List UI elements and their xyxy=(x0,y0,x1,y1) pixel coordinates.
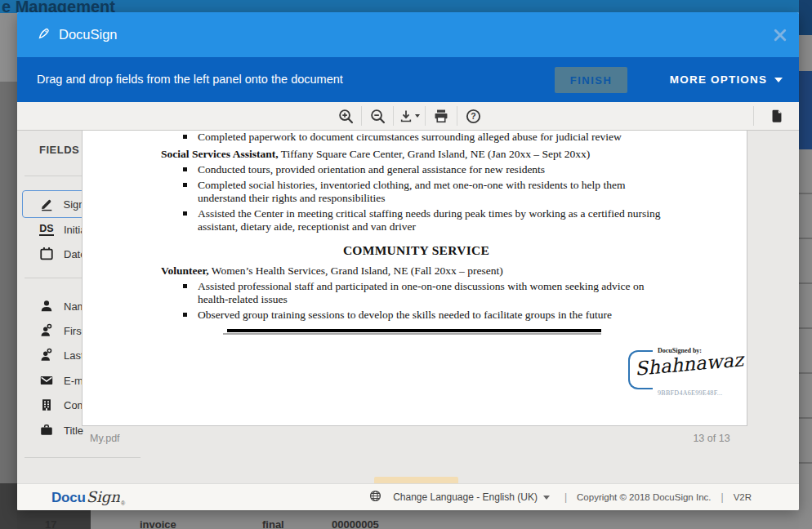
background-page-title: e Management xyxy=(2,0,115,13)
envelope-icon xyxy=(38,372,55,389)
bullet-square-icon xyxy=(183,135,187,139)
document-divider-rule xyxy=(227,329,601,335)
background-text-fragment: invoice xyxy=(140,518,176,529)
help-icon[interactable]: ? xyxy=(457,102,489,130)
document-heading-line: Volunteer, Women’s Health Services, Gran… xyxy=(161,264,671,278)
panel-divider xyxy=(25,457,141,458)
brand-label: DocuSign xyxy=(59,27,118,42)
modal-content: FIELDS SignatureDSInitialDateNameFirstLa… xyxy=(17,131,799,483)
finish-button[interactable]: FINISH xyxy=(555,67,627,93)
document-bullet-line: Conducted tours, provided orientation an… xyxy=(161,163,671,176)
person-badge-icon xyxy=(38,347,55,363)
fields-panel-title: FIELDS xyxy=(39,144,79,156)
background-right-strip xyxy=(799,0,812,529)
pen-icon xyxy=(38,196,55,212)
bullet-square-icon xyxy=(183,284,187,288)
action-bar: Drag and drop fields from the left panel… xyxy=(17,57,799,102)
globe-icon xyxy=(369,490,381,505)
version-label: V2R xyxy=(734,492,752,502)
background-left-strip xyxy=(0,82,17,483)
bullet-square-icon xyxy=(183,167,187,171)
svg-text:?: ? xyxy=(471,111,475,121)
document-toolbar: ? xyxy=(17,102,799,131)
zoom-out-icon[interactable] xyxy=(362,102,393,130)
page-thumbnail-icon[interactable] xyxy=(754,102,799,130)
document-section-heading: COMMUNITY SERVICE xyxy=(161,244,671,257)
calendar-icon xyxy=(38,246,55,262)
docusign-brand: DocuSign xyxy=(37,12,118,57)
ds-initials-icon: DS xyxy=(38,221,55,238)
document-bullet-line: Assisted the Center in meeting critical … xyxy=(161,207,671,233)
background-text-fragment: final xyxy=(262,518,284,529)
document-heading-line: Social Services Assistant, Tiffany Squar… xyxy=(161,148,671,161)
print-icon[interactable] xyxy=(426,102,457,130)
zoom-in-icon[interactable] xyxy=(330,102,361,130)
modal-header: DocuSign xyxy=(17,12,799,57)
download-icon[interactable] xyxy=(394,102,425,130)
document-bullet-line: Assisted professional staff and particip… xyxy=(161,280,671,306)
background-text-fragment: 00000005 xyxy=(332,518,379,529)
briefcase-icon xyxy=(38,422,55,438)
docusign-footer-logo: DocuSign® xyxy=(51,488,125,506)
background-text-fragment: 17 xyxy=(45,518,56,529)
background-top-bar: e Management xyxy=(0,0,799,13)
document-bullet-line: Completed paperwork to document circumst… xyxy=(161,131,671,144)
document-page[interactable]: Completed paperwork to document circumst… xyxy=(82,131,747,426)
field-item-label: Title xyxy=(64,425,83,437)
drag-drop-instruction: Drag and drop fields from the left panel… xyxy=(37,57,343,102)
document-bullet-line: Observed group training sessions to deve… xyxy=(161,309,671,322)
background-left-strip xyxy=(0,483,17,529)
person-badge-icon xyxy=(38,322,55,339)
chevron-down-icon xyxy=(774,78,783,82)
bullet-square-icon xyxy=(183,183,187,187)
building-icon xyxy=(38,397,55,413)
footer-separator: | xyxy=(721,491,724,503)
document-bullet-line: Completed social histories, inventoried … xyxy=(161,179,671,205)
signature-stamp: DocuSigned by: Shahnawaz 9BBFD4A6E99E48F… xyxy=(628,346,747,405)
docusign-modal: DocuSign Drag and drop fields from the l… xyxy=(17,12,799,510)
copyright-text: Copyright © 2018 DocuSign Inc. xyxy=(577,492,711,502)
modal-footer: DocuSign® Change Language - English (UK)… xyxy=(17,483,799,510)
signature-id: 9BBFD4A6E99E48F... xyxy=(658,389,723,397)
background-bottom-strip: 17invoicefinal00000005 xyxy=(17,510,799,529)
page-indicator: 13 of 13 xyxy=(671,433,752,444)
screen: e Management 17invoicefinal00000005 Docu… xyxy=(0,0,812,529)
chevron-down-icon xyxy=(543,496,550,500)
close-icon[interactable] xyxy=(771,27,789,45)
change-language-button[interactable]: Change Language - English (UK) xyxy=(388,491,555,504)
field-item-label: Last xyxy=(64,349,84,362)
bullet-square-icon xyxy=(183,313,187,317)
chevron-down-icon xyxy=(415,114,420,118)
document-text: Completed paperwork to document circumst… xyxy=(161,131,671,335)
background-left-strip xyxy=(0,13,17,82)
more-options-button[interactable]: MORE OPTIONS xyxy=(661,57,792,102)
registered-mark: ® xyxy=(121,500,125,506)
hidden-button-edge xyxy=(374,477,458,483)
person-icon xyxy=(38,298,55,314)
footer-separator: | xyxy=(564,491,567,503)
pen-nib-icon xyxy=(37,26,51,44)
bullet-square-icon xyxy=(183,211,187,216)
